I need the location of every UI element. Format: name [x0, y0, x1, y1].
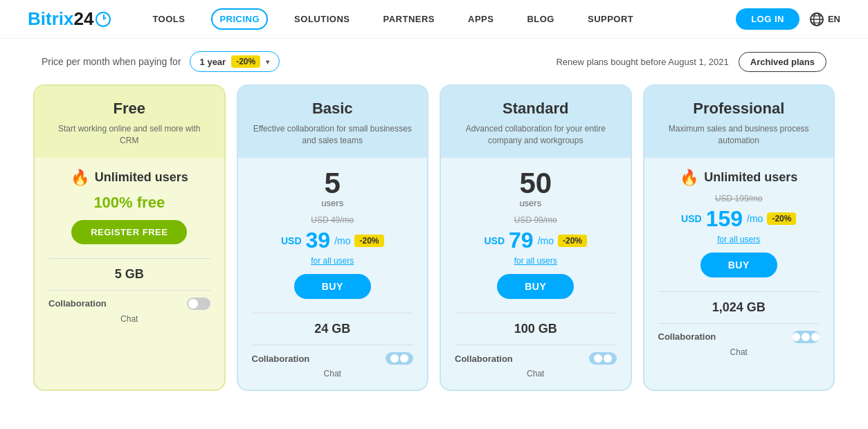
nav-apps[interactable]: APPS — [461, 10, 500, 28]
plan-card-free: Free Start working online and sell more … — [33, 84, 226, 391]
plan-header-free: Free Start working online and sell more … — [35, 86, 224, 158]
nav-blog[interactable]: BLOG — [520, 10, 561, 28]
storage-professional: 1,024 GB — [658, 291, 820, 315]
collab-section-professional: Collaboration — [658, 323, 820, 343]
archived-plans-button[interactable]: Archived plans — [739, 52, 826, 72]
pricing-bar-left: Price per month when paying for 1 year -… — [42, 51, 280, 72]
buy-button-professional[interactable]: BUY — [700, 253, 777, 277]
logo-24: 24 — [73, 8, 93, 30]
for-all-users-standard: for all users — [455, 256, 617, 266]
period-selector[interactable]: 1 year -20% ▾ — [190, 51, 280, 72]
collab-label-professional: Collaboration — [658, 331, 716, 342]
price-usd-professional: USD — [681, 213, 702, 224]
users-section-basic: 5 users — [252, 169, 414, 209]
original-price-professional: USD 199/mo — [658, 194, 820, 203]
clock-icon — [96, 12, 111, 27]
nav-solutions[interactable]: SOLUTIONS — [287, 10, 356, 28]
users-section-free: 🔥 Unlimited users — [48, 169, 210, 187]
globe-icon — [809, 12, 824, 27]
nav-tools[interactable]: TOOLS — [145, 10, 192, 28]
period-value: 1 year — [200, 57, 226, 67]
collab-section-standard: Collaboration — [455, 345, 617, 365]
price-mo-basic: /mo — [334, 235, 350, 246]
plan-desc-basic: Effective collaboration for small busine… — [252, 123, 414, 147]
header-right: LOG IN EN — [736, 8, 840, 30]
renew-text: Renew plans bought before August 1, 2021 — [556, 57, 728, 67]
original-price-basic: USD 49/mo — [252, 215, 414, 225]
chat-row-free: Chat — [48, 314, 210, 324]
plans-container: Free Start working online and sell more … — [0, 84, 868, 405]
users-number-standard: 50 — [519, 169, 552, 198]
users-section-professional: 🔥 Unlimited users — [658, 169, 820, 187]
price-discount-professional: -20% — [767, 212, 796, 225]
for-all-users-professional: for all users — [658, 235, 820, 244]
buy-button-basic[interactable]: BUY — [294, 274, 371, 299]
users-unlimited-professional: Unlimited users — [704, 170, 797, 185]
chevron-down-icon: ▾ — [266, 58, 269, 66]
price-row-standard: USD 79 /mo -20% — [455, 228, 617, 253]
users-label-standard: users — [519, 198, 552, 209]
free-price-label: 100% free — [48, 194, 210, 212]
plan-name-standard: Standard — [455, 100, 617, 118]
plan-body-standard: 50 users USD 99/mo USD 79 /mo -20% for a… — [441, 158, 631, 390]
price-usd-basic: USD — [281, 235, 302, 246]
plan-header-professional: Professional Maximum sales and business … — [644, 86, 834, 158]
users-label-basic: users — [321, 198, 343, 209]
buy-button-standard[interactable]: BUY — [497, 274, 574, 299]
storage-free: 5 GB — [48, 258, 210, 282]
collab-label-standard: Collaboration — [455, 354, 513, 364]
language-selector[interactable]: EN — [809, 12, 840, 27]
plan-card-basic: Basic Effective collaboration for small … — [237, 84, 429, 391]
price-discount-standard: -20% — [558, 235, 587, 247]
plan-desc-free: Start working online and sell more with … — [48, 123, 210, 147]
toggle-dot-2 — [400, 354, 408, 363]
price-usd-standard: USD — [484, 235, 505, 246]
collab-section-basic: Collaboration — [252, 345, 414, 365]
nav-support[interactable]: SUPPORT — [581, 10, 640, 28]
header: Bitrix24 TOOLS PRICING SOLUTIONS PARTNER… — [0, 0, 868, 39]
logo-bitrix: Bitrix — [28, 8, 73, 30]
toggle-dot-s2 — [604, 354, 612, 363]
chat-row-standard: Chat — [455, 369, 617, 378]
pricing-period-label: Price per month when paying for — [42, 56, 181, 67]
plan-desc-standard: Advanced collaboration for your entire c… — [455, 123, 617, 147]
users-number-basic: 5 — [321, 169, 343, 198]
pricing-bar: Price per month when paying for 1 year -… — [0, 39, 868, 84]
lang-label: EN — [828, 14, 840, 24]
collab-toggle-professional[interactable] — [792, 331, 820, 343]
logo[interactable]: Bitrix24 — [28, 8, 111, 30]
plan-body-basic: 5 users USD 49/mo USD 39 /mo -20% for al… — [238, 158, 428, 390]
fire-icon-professional: 🔥 — [680, 169, 698, 187]
collab-label-free: Collaboration — [48, 298, 107, 309]
price-mo-standard: /mo — [538, 235, 554, 246]
plan-card-standard: Standard Advanced collaboration for your… — [440, 84, 632, 391]
toggle-dot-p1 — [792, 333, 800, 341]
chat-row-professional: Chat — [658, 347, 820, 357]
collab-toggle-basic[interactable] — [386, 352, 413, 365]
collab-toggle-standard[interactable] — [589, 352, 617, 365]
main-nav: TOOLS PRICING SOLUTIONS PARTNERS APPS BL… — [145, 8, 722, 30]
nav-pricing[interactable]: PRICING — [211, 8, 268, 30]
login-button[interactable]: LOG IN — [736, 8, 799, 30]
register-free-button[interactable]: REGISTER FREE — [71, 220, 187, 244]
for-all-users-basic: for all users — [252, 256, 414, 266]
toggle-dot-s1 — [594, 354, 602, 363]
plan-body-professional: 🔥 Unlimited users USD 199/mo USD 159 /mo… — [644, 158, 834, 368]
nav-partners[interactable]: PARTNERS — [376, 10, 442, 28]
price-amount-basic: 39 — [306, 228, 331, 253]
users-unlimited-free: Unlimited users — [95, 170, 188, 185]
price-mo-professional: /mo — [747, 213, 763, 224]
toggle-dot-1 — [390, 354, 399, 363]
storage-basic: 24 GB — [252, 313, 414, 336]
toggle-dot-p2 — [802, 333, 810, 341]
price-row-professional: USD 159 /mo -20% — [658, 206, 820, 232]
storage-standard: 100 GB — [455, 313, 617, 336]
pricing-bar-right: Renew plans bought before August 1, 2021… — [556, 52, 826, 72]
plan-card-professional: Professional Maximum sales and business … — [643, 84, 835, 391]
price-discount-basic: -20% — [354, 235, 383, 247]
toggle-dot-p3 — [811, 333, 820, 341]
plan-name-free: Free — [48, 100, 210, 118]
collab-toggle-free[interactable] — [187, 298, 210, 310]
original-price-standard: USD 99/mo — [455, 215, 617, 225]
fire-icon-free: 🔥 — [71, 169, 89, 187]
